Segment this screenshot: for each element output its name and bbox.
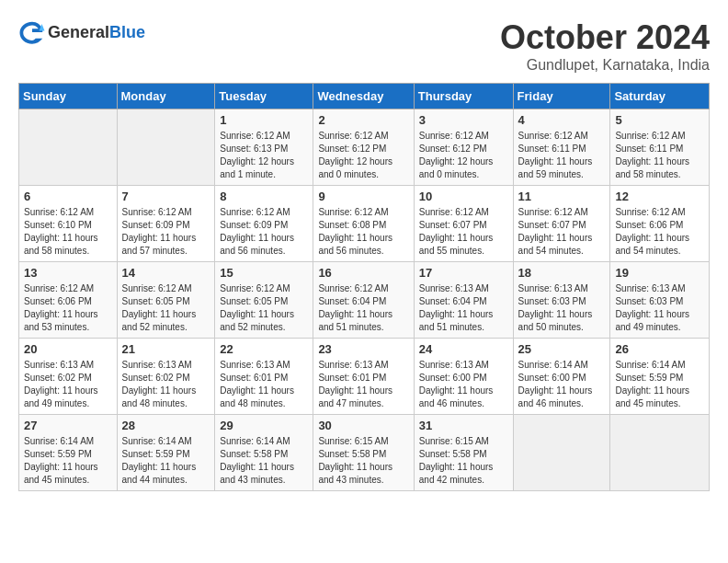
weekday-header-row: SundayMondayTuesdayWednesdayThursdayFrid… xyxy=(19,84,710,109)
day-number: 22 xyxy=(220,342,308,356)
calendar-day-cell: 21Sunrise: 6:13 AM Sunset: 6:02 PM Dayli… xyxy=(117,339,215,415)
calendar-day-cell: 24Sunrise: 6:13 AM Sunset: 6:00 PM Dayli… xyxy=(414,339,513,415)
calendar-week-row: 27Sunrise: 6:14 AM Sunset: 5:59 PM Dayli… xyxy=(19,415,710,491)
day-info: Sunrise: 6:15 AM Sunset: 5:58 PM Dayligh… xyxy=(419,435,508,487)
calendar-day-cell: 27Sunrise: 6:14 AM Sunset: 5:59 PM Dayli… xyxy=(19,415,118,491)
logo-general-text: General xyxy=(48,23,109,41)
day-info: Sunrise: 6:12 AM Sunset: 6:12 PM Dayligh… xyxy=(419,130,508,181)
calendar-week-row: 13Sunrise: 6:12 AM Sunset: 6:06 PM Dayli… xyxy=(19,262,710,339)
weekday-header-cell: Thursday xyxy=(414,84,513,109)
weekday-header-cell: Wednesday xyxy=(313,84,414,109)
calendar-day-cell: 31Sunrise: 6:15 AM Sunset: 5:58 PM Dayli… xyxy=(414,415,513,491)
calendar-day-cell: 19Sunrise: 6:13 AM Sunset: 6:03 PM Dayli… xyxy=(610,262,710,339)
weekday-header-cell: Sunday xyxy=(19,84,118,109)
day-info: Sunrise: 6:12 AM Sunset: 6:12 PM Dayligh… xyxy=(318,130,408,181)
calendar-day-cell: 30Sunrise: 6:15 AM Sunset: 5:58 PM Dayli… xyxy=(313,415,414,491)
day-info: Sunrise: 6:13 AM Sunset: 6:00 PM Dayligh… xyxy=(419,359,508,410)
day-number: 13 xyxy=(24,266,112,280)
day-info: Sunrise: 6:14 AM Sunset: 5:59 PM Dayligh… xyxy=(24,435,112,487)
calendar-week-row: 20Sunrise: 6:13 AM Sunset: 6:02 PM Dayli… xyxy=(19,339,710,415)
day-number: 30 xyxy=(318,419,408,432)
weekday-header-cell: Monday xyxy=(117,84,215,109)
calendar-day-cell: 12Sunrise: 6:12 AM Sunset: 6:06 PM Dayli… xyxy=(610,186,710,262)
day-info: Sunrise: 6:12 AM Sunset: 6:04 PM Dayligh… xyxy=(318,282,408,334)
day-number: 8 xyxy=(220,190,308,203)
calendar-day-cell: 5Sunrise: 6:12 AM Sunset: 6:11 PM Daylig… xyxy=(610,109,710,186)
day-info: Sunrise: 6:15 AM Sunset: 5:58 PM Dayligh… xyxy=(318,435,408,487)
day-info: Sunrise: 6:12 AM Sunset: 6:08 PM Dayligh… xyxy=(318,206,408,258)
logo: GeneralBlue xyxy=(18,18,145,46)
location-title: Gundlupet, Karnataka, India xyxy=(500,57,710,74)
day-number: 23 xyxy=(318,342,408,356)
day-info: Sunrise: 6:13 AM Sunset: 6:04 PM Dayligh… xyxy=(419,282,508,334)
day-number: 29 xyxy=(220,419,308,432)
day-number: 12 xyxy=(615,190,704,203)
day-number: 18 xyxy=(518,266,606,280)
calendar-week-row: 6Sunrise: 6:12 AM Sunset: 6:10 PM Daylig… xyxy=(19,186,710,262)
calendar-table: SundayMondayTuesdayWednesdayThursdayFrid… xyxy=(18,83,710,491)
day-number: 25 xyxy=(518,342,606,356)
day-number: 9 xyxy=(318,190,408,203)
day-number: 6 xyxy=(24,190,112,203)
day-info: Sunrise: 6:13 AM Sunset: 6:02 PM Dayligh… xyxy=(122,359,210,410)
day-info: Sunrise: 6:12 AM Sunset: 6:10 PM Dayligh… xyxy=(24,206,112,258)
day-number: 27 xyxy=(24,419,112,432)
day-number: 20 xyxy=(24,342,112,356)
calendar-day-cell: 20Sunrise: 6:13 AM Sunset: 6:02 PM Dayli… xyxy=(19,339,118,415)
title-area: October 2024 Gundlupet, Karnataka, India xyxy=(500,18,710,74)
day-number: 5 xyxy=(615,113,704,127)
day-info: Sunrise: 6:12 AM Sunset: 6:06 PM Dayligh… xyxy=(24,282,112,334)
day-number: 26 xyxy=(615,342,704,356)
calendar-day-cell: 11Sunrise: 6:12 AM Sunset: 6:07 PM Dayli… xyxy=(513,186,610,262)
month-title: October 2024 xyxy=(500,18,710,57)
calendar-day-cell: 26Sunrise: 6:14 AM Sunset: 5:59 PM Dayli… xyxy=(610,339,710,415)
day-number: 21 xyxy=(122,342,210,356)
calendar-day-cell: 15Sunrise: 6:12 AM Sunset: 6:05 PM Dayli… xyxy=(215,262,313,339)
day-info: Sunrise: 6:12 AM Sunset: 6:07 PM Dayligh… xyxy=(419,206,508,258)
logo-blue-text: Blue xyxy=(109,23,145,41)
day-number: 16 xyxy=(318,266,408,280)
calendar-day-cell: 23Sunrise: 6:13 AM Sunset: 6:01 PM Dayli… xyxy=(313,339,414,415)
calendar-day-cell: 3Sunrise: 6:12 AM Sunset: 6:12 PM Daylig… xyxy=(414,109,513,186)
day-number: 28 xyxy=(122,419,210,432)
calendar-body: 1Sunrise: 6:12 AM Sunset: 6:13 PM Daylig… xyxy=(19,109,710,491)
day-info: Sunrise: 6:14 AM Sunset: 5:59 PM Dayligh… xyxy=(122,435,210,487)
calendar-day-cell: 17Sunrise: 6:13 AM Sunset: 6:04 PM Dayli… xyxy=(414,262,513,339)
day-info: Sunrise: 6:13 AM Sunset: 6:03 PM Dayligh… xyxy=(518,282,606,334)
day-info: Sunrise: 6:12 AM Sunset: 6:06 PM Dayligh… xyxy=(615,206,704,258)
calendar-day-cell xyxy=(117,109,215,186)
page-header: GeneralBlue October 2024 Gundlupet, Karn… xyxy=(18,18,710,74)
day-info: Sunrise: 6:12 AM Sunset: 6:09 PM Dayligh… xyxy=(122,206,210,258)
day-number: 19 xyxy=(615,266,704,280)
day-info: Sunrise: 6:12 AM Sunset: 6:13 PM Dayligh… xyxy=(220,130,308,181)
calendar-week-row: 1Sunrise: 6:12 AM Sunset: 6:13 PM Daylig… xyxy=(19,109,710,186)
day-number: 10 xyxy=(419,190,508,203)
day-number: 7 xyxy=(122,190,210,203)
calendar-day-cell: 16Sunrise: 6:12 AM Sunset: 6:04 PM Dayli… xyxy=(313,262,414,339)
day-number: 17 xyxy=(419,266,508,280)
day-info: Sunrise: 6:13 AM Sunset: 6:01 PM Dayligh… xyxy=(220,359,308,410)
day-info: Sunrise: 6:13 AM Sunset: 6:02 PM Dayligh… xyxy=(24,359,112,410)
day-number: 3 xyxy=(419,113,508,127)
day-info: Sunrise: 6:12 AM Sunset: 6:05 PM Dayligh… xyxy=(220,282,308,334)
day-info: Sunrise: 6:13 AM Sunset: 6:03 PM Dayligh… xyxy=(615,282,704,334)
calendar-day-cell: 10Sunrise: 6:12 AM Sunset: 6:07 PM Dayli… xyxy=(414,186,513,262)
day-number: 4 xyxy=(518,113,606,127)
calendar-day-cell: 22Sunrise: 6:13 AM Sunset: 6:01 PM Dayli… xyxy=(215,339,313,415)
calendar-day-cell xyxy=(610,415,710,491)
day-info: Sunrise: 6:14 AM Sunset: 6:00 PM Dayligh… xyxy=(518,359,606,410)
calendar-day-cell xyxy=(513,415,610,491)
calendar-day-cell: 29Sunrise: 6:14 AM Sunset: 5:58 PM Dayli… xyxy=(215,415,313,491)
day-number: 24 xyxy=(419,342,508,356)
day-number: 31 xyxy=(419,419,508,432)
day-number: 1 xyxy=(220,113,308,127)
calendar-day-cell: 18Sunrise: 6:13 AM Sunset: 6:03 PM Dayli… xyxy=(513,262,610,339)
calendar-day-cell: 13Sunrise: 6:12 AM Sunset: 6:06 PM Dayli… xyxy=(19,262,118,339)
calendar-day-cell: 8Sunrise: 6:12 AM Sunset: 6:09 PM Daylig… xyxy=(215,186,313,262)
day-info: Sunrise: 6:14 AM Sunset: 5:59 PM Dayligh… xyxy=(615,359,704,410)
weekday-header-cell: Saturday xyxy=(610,84,710,109)
calendar-day-cell: 25Sunrise: 6:14 AM Sunset: 6:00 PM Dayli… xyxy=(513,339,610,415)
day-info: Sunrise: 6:12 AM Sunset: 6:11 PM Dayligh… xyxy=(615,130,704,181)
day-number: 14 xyxy=(122,266,210,280)
day-number: 15 xyxy=(220,266,308,280)
